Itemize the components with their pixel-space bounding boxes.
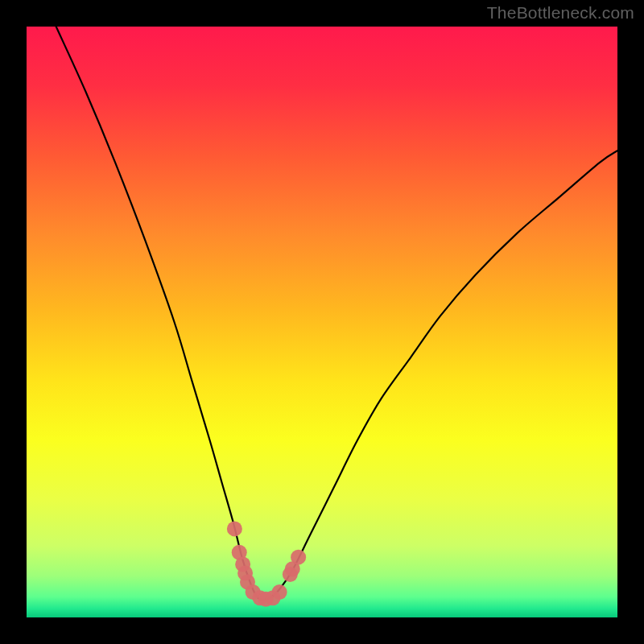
marker-dot: [227, 521, 242, 536]
gradient-background: [27, 27, 617, 617]
marker-dot: [272, 584, 287, 600]
plot-area: [27, 27, 617, 617]
outer-frame: TheBottleneck.com: [0, 0, 644, 644]
bottleneck-chart: [27, 27, 617, 617]
watermark-text: TheBottleneck.com: [487, 3, 634, 23]
marker-dot: [291, 550, 306, 565]
